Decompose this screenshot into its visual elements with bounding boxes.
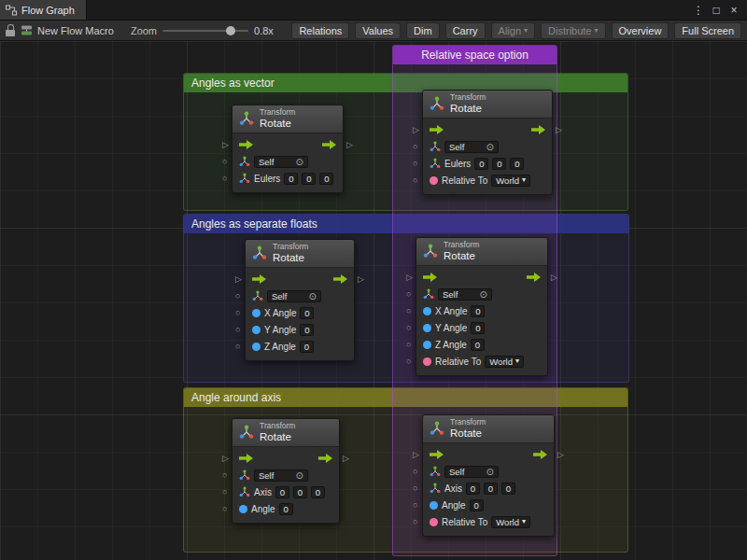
flow-in-port[interactable]: ▷ [413, 126, 419, 134]
flow-out-port[interactable]: ▷ [551, 273, 557, 282]
object-picker-icon[interactable]: ⊙ [486, 467, 494, 477]
angle-input[interactable]: 0 [470, 499, 484, 511]
lock-icon[interactable] [6, 24, 15, 36]
flow-in-icon[interactable] [252, 274, 266, 284]
flow-in-icon[interactable] [430, 450, 444, 459]
value-port[interactable]: ○ [413, 484, 417, 493]
window-close-icon[interactable]: × [726, 1, 741, 20]
flow-in-port[interactable]: ▷ [235, 275, 242, 284]
flow-out-icon[interactable] [533, 450, 547, 459]
zoom-slider[interactable] [162, 25, 248, 36]
node-header[interactable]: Transform Rotate [233, 419, 339, 447]
flow-in-icon[interactable] [423, 273, 437, 282]
object-picker-icon[interactable]: ⊙ [486, 142, 494, 152]
overview-button[interactable]: Overview [612, 22, 669, 39]
x-angle-input[interactable]: 0 [300, 307, 314, 319]
rotate-node-axis-left[interactable]: Transform Rotate ▷ ▷ ○ Self ⊙ ○ [232, 418, 340, 524]
flow-in-port[interactable]: ▷ [406, 273, 413, 282]
axis-y-input[interactable]: 0 [293, 486, 307, 498]
value-port[interactable]: ○ [406, 307, 411, 315]
value-port[interactable]: ○ [235, 292, 240, 301]
node-header[interactable]: Transform Rotate [416, 238, 547, 266]
flow-in-icon[interactable] [239, 140, 253, 149]
axis-y-input[interactable]: 0 [484, 483, 498, 495]
value-port[interactable]: ○ [222, 471, 227, 480]
value-port[interactable]: ○ [406, 290, 411, 299]
eulers-z-input[interactable]: 0 [510, 158, 524, 170]
dim-button[interactable]: Dim [406, 22, 440, 39]
flow-out-port[interactable]: ▷ [358, 275, 364, 284]
flow-out-icon[interactable] [322, 140, 336, 149]
flow-in-port[interactable]: ▷ [222, 141, 229, 149]
relations-button[interactable]: Relations [291, 22, 349, 39]
eulers-x-input[interactable]: 0 [474, 158, 488, 170]
node-header[interactable]: Transform Rotate [246, 240, 354, 268]
object-picker-icon[interactable]: ⊙ [296, 470, 303, 481]
value-port[interactable]: ○ [222, 175, 227, 183]
carry-button[interactable]: Carry [445, 22, 486, 39]
value-port[interactable]: ○ [406, 357, 411, 366]
y-angle-input[interactable]: 0 [300, 324, 314, 336]
self-object-field[interactable]: Self ⊙ [267, 290, 321, 302]
zoom-slider-track[interactable] [162, 30, 248, 32]
self-object-field[interactable]: Self ⊙ [444, 141, 499, 153]
tab-flow-graph[interactable]: Flow Graph [0, 0, 87, 20]
flow-in-port[interactable]: ▷ [222, 455, 229, 463]
x-angle-input[interactable]: 0 [471, 305, 485, 317]
rotate-node-vector-right[interactable]: Transform Rotate ▷ ▷ ○ Self ⊙ ○ [422, 90, 553, 195]
flow-in-icon[interactable] [239, 454, 253, 463]
value-port[interactable]: ○ [222, 488, 227, 497]
value-port[interactable]: ○ [413, 176, 417, 185]
flow-in-port[interactable]: ▷ [413, 451, 419, 459]
object-picker-icon[interactable]: ⊙ [309, 291, 317, 301]
eulers-y-input[interactable]: 0 [492, 158, 506, 170]
value-port[interactable]: ○ [413, 468, 417, 476]
rotate-node-floats-right[interactable]: Transform Rotate ▷ ▷ ○ Self ⊙ ○ [416, 237, 548, 376]
value-port[interactable]: ○ [235, 309, 240, 317]
fullscreen-button[interactable]: Full Screen [674, 22, 741, 39]
angle-input[interactable]: 0 [279, 503, 293, 515]
flow-out-icon[interactable] [333, 274, 347, 284]
eulers-y-input[interactable]: 0 [302, 173, 316, 185]
rotate-node-vector-left[interactable]: Transform Rotate ▷ ▷ ○ Self ⊙ ○ [232, 105, 344, 193]
axis-x-input[interactable]: 0 [275, 486, 289, 498]
flow-out-icon[interactable] [531, 125, 545, 134]
macro-breadcrumb[interactable]: New Flow Macro [21, 24, 114, 36]
flow-out-port[interactable]: ▷ [346, 141, 353, 149]
zoom-slider-knob[interactable] [226, 26, 235, 35]
flow-out-port[interactable]: ▷ [557, 451, 564, 459]
value-port[interactable]: ○ [406, 324, 411, 332]
object-picker-icon[interactable]: ⊙ [296, 157, 303, 167]
y-angle-input[interactable]: 0 [471, 322, 485, 334]
group-header[interactable]: Relative space option [393, 46, 557, 64]
node-header[interactable]: Transform Rotate [423, 91, 552, 119]
value-port[interactable]: ○ [413, 518, 417, 526]
self-object-field[interactable]: Self ⊙ [444, 466, 499, 478]
value-port[interactable]: ○ [406, 341, 411, 349]
graph-canvas[interactable]: Angles as vector Angles as separate floa… [0, 41, 747, 560]
values-button[interactable]: Values [355, 22, 401, 39]
self-object-field[interactable]: Self ⊙ [254, 469, 308, 482]
value-port[interactable]: ○ [235, 343, 240, 351]
flow-in-icon[interactable] [430, 125, 444, 134]
eulers-z-input[interactable]: 0 [319, 173, 333, 185]
axis-z-input[interactable]: 0 [501, 483, 515, 495]
value-port[interactable]: ○ [222, 158, 227, 166]
value-port[interactable]: ○ [413, 143, 417, 151]
value-port[interactable]: ○ [222, 505, 227, 513]
value-port[interactable]: ○ [413, 160, 417, 168]
z-angle-input[interactable]: 0 [471, 339, 485, 351]
value-port[interactable]: ○ [235, 326, 240, 334]
relative-space-dropdown[interactable]: World ▾ [491, 516, 530, 528]
object-picker-icon[interactable]: ⊙ [480, 289, 487, 300]
self-object-field[interactable]: Self ⊙ [254, 156, 308, 168]
rotate-node-floats-left[interactable]: Transform Rotate ▷ ▷ ○ Self ⊙ ○ [245, 239, 355, 361]
flow-out-port[interactable]: ▷ [343, 455, 349, 463]
node-header[interactable]: Transform Rotate [423, 415, 554, 443]
eulers-x-input[interactable]: 0 [284, 173, 298, 185]
relative-space-dropdown[interactable]: World ▾ [491, 175, 530, 187]
node-header[interactable]: Transform Rotate [233, 105, 343, 133]
distribute-button[interactable]: Distribute ▾ [541, 22, 605, 39]
window-maximize-icon[interactable]: □ [709, 1, 724, 20]
rotate-node-axis-right[interactable]: Transform Rotate ▷ ▷ ○ Self ⊙ ○ [422, 414, 555, 537]
